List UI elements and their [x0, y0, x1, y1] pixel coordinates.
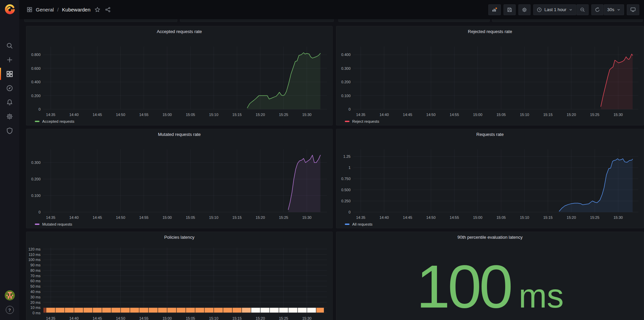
bell-icon [6, 99, 13, 106]
svg-text:60 ms: 60 ms [30, 279, 41, 283]
svg-text:0.400: 0.400 [341, 53, 351, 57]
svg-text:14:40: 14:40 [380, 215, 389, 220]
svg-text:15:30: 15:30 [302, 316, 312, 320]
share-icon [105, 7, 111, 12]
panel-accepted-requests-rate: Accepted requests rate 00.2000.4000.6000… [26, 26, 333, 125]
top-navbar: General / Kubewarden [0, 0, 644, 19]
svg-text:14:50: 14:50 [116, 316, 125, 320]
svg-text:0.200: 0.200 [31, 177, 41, 181]
svg-text:14:40: 14:40 [69, 316, 79, 320]
dashboard-grid: Accepted requests rate 00.2000.4000.6000… [19, 19, 644, 320]
svg-text:15:15: 15:15 [543, 113, 553, 117]
panel-policies-latency: Policies latency 0 ms10 ms20 ms30 ms40 m… [26, 232, 333, 320]
time-range-picker[interactable]: Last 1 hour [533, 4, 576, 15]
clipped-panel-strip [338, 19, 490, 22]
svg-text:80 ms: 80 ms [30, 268, 41, 272]
legend-label[interactable]: Reject requests [352, 119, 379, 123]
svg-text:0.500: 0.500 [341, 188, 351, 192]
clipped-panel-strip [180, 19, 334, 22]
refresh-icon [595, 7, 600, 12]
svg-text:14:45: 14:45 [93, 215, 102, 220]
gear-icon [522, 7, 527, 12]
sidebar-item-server-admin[interactable] [0, 123, 19, 138]
all-requests-chart[interactable]: 00.2500.5000.75011.2514:3514:4014:4514:5… [336, 129, 644, 228]
clipped-panel-strip [492, 19, 643, 22]
svg-text:14:40: 14:40 [380, 113, 389, 117]
legend-label[interactable]: All requests [352, 222, 372, 226]
refresh-dashboard-button[interactable] [591, 4, 603, 15]
mutated-requests-chart[interactable]: 00.1000.2000.30014:3514:4014:4514:5014:5… [26, 129, 332, 228]
panel-title[interactable]: Accepted requests rate [26, 26, 332, 36]
sidebar-item-configuration[interactable] [0, 109, 19, 123]
sidebar-bottom: ? [5, 290, 15, 320]
svg-text:15:20: 15:20 [256, 316, 265, 320]
zoom-out-icon [580, 7, 585, 12]
add-panel-button[interactable] [488, 4, 501, 15]
help-icon[interactable]: ? [6, 306, 14, 314]
svg-text:100 ms: 100 ms [28, 258, 41, 262]
grafana-flame-icon [4, 4, 16, 16]
svg-text:15:30: 15:30 [302, 113, 312, 117]
chevron-down-icon [617, 8, 621, 12]
svg-text:15:15: 15:15 [232, 113, 242, 117]
svg-text:14:50: 14:50 [116, 215, 125, 220]
breadcrumb-section[interactable]: General [36, 7, 54, 12]
cycle-view-mode-button[interactable] [627, 4, 639, 15]
svg-text:15:05: 15:05 [186, 316, 195, 320]
legend: Mutated requests [35, 222, 72, 226]
svg-text:15:05: 15:05 [186, 113, 195, 117]
svg-text:15:00: 15:00 [473, 113, 483, 117]
svg-text:15:30: 15:30 [614, 113, 623, 117]
gear-icon [6, 113, 13, 120]
svg-text:0.200: 0.200 [31, 94, 41, 98]
svg-text:0.750: 0.750 [341, 177, 351, 181]
svg-text:120 ms: 120 ms [28, 247, 41, 251]
stat-value: 100 [416, 262, 511, 311]
policies-latency-heatmap[interactable]: 0 ms10 ms20 ms30 ms40 ms50 ms60 ms70 ms8… [26, 232, 332, 320]
grafana-logo[interactable] [0, 0, 19, 19]
svg-text:15:10: 15:10 [209, 215, 218, 220]
svg-text:0.600: 0.600 [31, 66, 41, 70]
refresh-interval-label: 30s [607, 7, 614, 12]
svg-text:0.200: 0.200 [341, 80, 351, 84]
svg-text:0.250: 0.250 [341, 199, 351, 203]
panel-90th-percentile-latency: 90th percentile evaluation latency 100 m… [336, 232, 644, 320]
legend-label[interactable]: Mutated requests [42, 222, 72, 226]
svg-text:15:00: 15:00 [162, 215, 172, 220]
compass-icon [6, 85, 13, 92]
search-icon [6, 42, 13, 49]
legend-label[interactable]: Accepted requests [42, 119, 74, 123]
clipped-panel-strip [24, 19, 177, 22]
legend: Accepted requests [35, 119, 74, 123]
add-panel-icon [492, 7, 497, 12]
sidebar-item-alerting[interactable] [0, 95, 19, 109]
time-picker-group: Last 1 hour [533, 4, 589, 15]
legend-swatch [35, 224, 40, 225]
refresh-interval-picker[interactable]: 30s [604, 4, 624, 15]
user-avatar[interactable] [5, 290, 15, 300]
panel-title[interactable]: Requests rate [336, 129, 644, 139]
zoom-out-time-button[interactable] [576, 4, 589, 15]
panel-title[interactable]: Mutated requests rate [26, 129, 332, 139]
star-dashboard-button[interactable] [94, 6, 101, 13]
svg-text:15:00: 15:00 [162, 316, 172, 320]
breadcrumb-dashboard-title[interactable]: Kubewarden [62, 7, 91, 12]
svg-text:1.25: 1.25 [343, 154, 351, 158]
panel-title[interactable]: 90th percentile evaluation latency [336, 232, 644, 242]
share-dashboard-button[interactable] [104, 6, 111, 13]
sidebar-item-search[interactable] [0, 38, 19, 53]
sidebar-item-create[interactable] [0, 53, 19, 67]
rejected-requests-chart[interactable]: 00.1000.2000.3000.40014:3514:4014:4514:5… [336, 26, 644, 125]
sidebar-item-explore[interactable] [0, 81, 19, 95]
left-sidebar: ? [0, 19, 19, 320]
breadcrumb: General / Kubewarden [27, 6, 111, 13]
dashboard-settings-button[interactable] [518, 4, 531, 15]
panel-title[interactable]: Rejected requests rate [336, 26, 644, 36]
panel-title[interactable]: Policies latency [26, 232, 332, 242]
accepted-requests-chart[interactable]: 00.2000.4000.6000.80014:3514:4014:4514:5… [26, 26, 332, 125]
save-dashboard-button[interactable] [504, 4, 516, 15]
sidebar-item-dashboards[interactable] [0, 67, 19, 81]
svg-text:14:45: 14:45 [403, 113, 412, 117]
svg-text:0: 0 [349, 107, 351, 111]
svg-text:30 ms: 30 ms [30, 295, 41, 299]
